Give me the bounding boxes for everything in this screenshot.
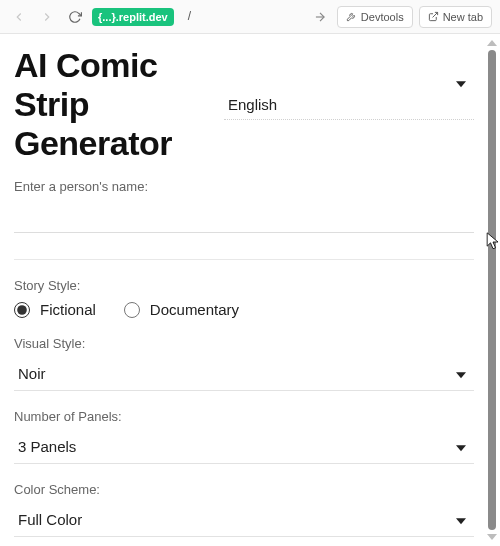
url-host-chip[interactable]: {...}.replit.dev <box>92 8 174 26</box>
story-style-radio-group: Fictional Documentary <box>14 301 474 318</box>
page-content: AI Comic Strip Generator English Enter a… <box>14 46 474 536</box>
story-style-fictional[interactable]: Fictional <box>14 301 96 318</box>
back-button[interactable] <box>8 6 30 28</box>
name-field-label: Enter a person's name: <box>14 179 474 194</box>
browser-toolbar: {...}.replit.dev / Devtools New tab <box>0 0 500 34</box>
scroll-down-icon[interactable] <box>487 534 497 540</box>
arrow-right-icon <box>40 10 54 24</box>
scroll-up-icon[interactable] <box>487 40 497 46</box>
reload-icon <box>68 10 82 24</box>
radio-fictional-label: Fictional <box>40 301 96 318</box>
devtools-label: Devtools <box>361 11 404 23</box>
visual-style-label: Visual Style: <box>14 336 474 351</box>
new-tab-label: New tab <box>443 11 483 23</box>
page-viewport: AI Comic Strip Generator English Enter a… <box>0 34 500 546</box>
visual-style-select[interactable]: Noir <box>14 357 474 391</box>
reload-button[interactable] <box>64 6 86 28</box>
divider <box>14 259 474 260</box>
page-title: AI Comic Strip Generator <box>14 46 214 163</box>
wrench-icon <box>346 11 357 22</box>
url-path-input[interactable]: / <box>180 6 303 28</box>
scrollbar[interactable] <box>486 40 498 540</box>
scroll-thumb[interactable] <box>488 50 496 530</box>
go-button[interactable] <box>309 6 331 28</box>
radio-documentary-label: Documentary <box>150 301 239 318</box>
story-style-documentary[interactable]: Documentary <box>124 301 239 318</box>
external-link-icon <box>428 11 439 22</box>
panels-label: Number of Panels: <box>14 409 474 424</box>
svg-line-1 <box>432 12 437 17</box>
arrow-right-icon <box>313 10 327 24</box>
devtools-button[interactable]: Devtools <box>337 6 413 28</box>
radio-fictional-input[interactable] <box>14 302 30 318</box>
color-scheme-select[interactable]: Full Color <box>14 503 474 537</box>
arrow-left-icon <box>12 10 26 24</box>
radio-documentary-input[interactable] <box>124 302 140 318</box>
new-tab-button[interactable]: New tab <box>419 6 492 28</box>
story-style-label: Story Style: <box>14 278 474 293</box>
language-select[interactable]: English <box>224 90 474 120</box>
name-input[interactable] <box>14 200 474 233</box>
forward-button[interactable] <box>36 6 58 28</box>
panels-select[interactable]: 3 Panels <box>14 430 474 464</box>
color-scheme-label: Color Scheme: <box>14 482 474 497</box>
